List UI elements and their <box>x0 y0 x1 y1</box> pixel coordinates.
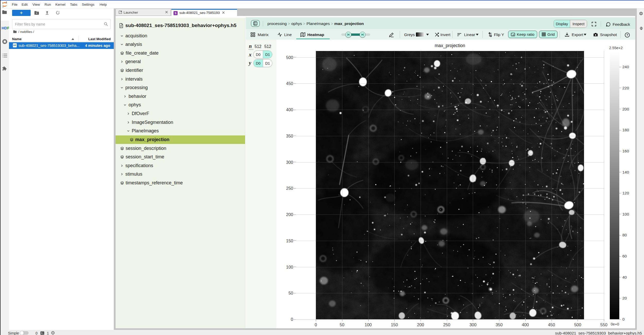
svg-text:?: ? <box>626 33 628 37</box>
